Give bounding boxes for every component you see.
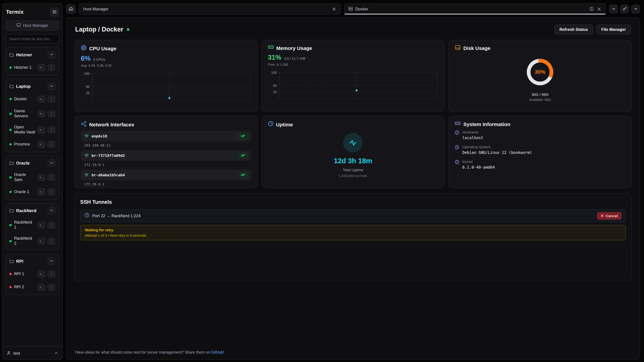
clock-icon bbox=[268, 121, 273, 128]
tab-close-button[interactable] bbox=[597, 6, 602, 12]
terminal-button[interactable]: >_ bbox=[38, 141, 45, 148]
terminal-button[interactable]: >_ bbox=[38, 238, 45, 245]
memory-usage-chart: 100 50 25 bbox=[268, 69, 438, 101]
terminal-button[interactable]: >_ bbox=[38, 95, 45, 103]
host-status-dot bbox=[10, 176, 12, 178]
host-menu-button[interactable]: ⋮ bbox=[48, 141, 55, 148]
tab-close-button[interactable] bbox=[332, 6, 336, 12]
main-panel: Laptop / Docker Refresh Status File Mana… bbox=[66, 17, 640, 360]
group-collapse-button[interactable] bbox=[48, 159, 55, 167]
tab-docker[interactable]: Docker bbox=[344, 3, 606, 15]
svg-text:100: 100 bbox=[84, 72, 90, 75]
host-row[interactable]: Docker >_ ⋮ bbox=[8, 92, 57, 106]
terminal-button[interactable]: >_ bbox=[38, 110, 45, 117]
memory-usage-card: Memory Usage 31% 3.6 / 11.7 GiB Free: 8.… bbox=[262, 40, 444, 112]
system-information-card: System Information Hostname localhost bbox=[448, 116, 632, 188]
host-group-header[interactable]: Laptop bbox=[8, 80, 57, 92]
host-menu-button[interactable]: ⋮ bbox=[48, 221, 55, 228]
card-title: Memory Usage bbox=[276, 45, 312, 51]
host-row[interactable]: Open Media Vault >_ ⋮ bbox=[8, 122, 57, 138]
host-status-dot bbox=[10, 286, 12, 288]
terminal-button[interactable]: >_ bbox=[38, 64, 45, 71]
terminal-button[interactable]: >_ bbox=[38, 284, 45, 291]
disk-usage-card: Disk Usage 30% 30G / 99G Available: 65G bbox=[448, 40, 632, 112]
host-menu-button[interactable]: ⋮ bbox=[48, 64, 55, 71]
user-menu[interactable]: test bbox=[2, 346, 62, 358]
terminal-button[interactable]: >_ bbox=[38, 126, 45, 133]
network-icon bbox=[81, 121, 86, 128]
terminal-button[interactable]: >_ bbox=[38, 271, 45, 278]
terminal-icon: >_ bbox=[40, 190, 43, 193]
tab-host-manager[interactable]: Host Manager bbox=[79, 3, 340, 15]
host-row[interactable]: Proxmox >_ ⋮ bbox=[8, 138, 57, 151]
host-name: Open Media Vault bbox=[14, 125, 35, 135]
host-menu-button[interactable]: ⋮ bbox=[48, 238, 55, 245]
group-collapse-button[interactable] bbox=[48, 51, 55, 59]
interface-row[interactable]: br-d6abe1b5cab4 UP bbox=[81, 170, 251, 180]
sidebar-menu-button[interactable] bbox=[50, 8, 59, 16]
search-input[interactable] bbox=[6, 34, 59, 43]
host-menu-button[interactable]: ⋮ bbox=[48, 95, 55, 103]
host-group-racknerd: RackNerd RackNerd 1 >_ ⋮ RackNerd 2 >_ ⋮ bbox=[6, 203, 59, 250]
kebab-icon: ⋮ bbox=[50, 272, 54, 276]
interface-name: enp6s18 bbox=[92, 134, 107, 138]
server-icon bbox=[348, 6, 353, 11]
host-groups: Hetzner Hetzner 1 >_ ⋮ Laptop bbox=[6, 47, 59, 344]
footer-note: Have ideas for what should come next for… bbox=[74, 348, 632, 355]
host-group-header[interactable]: Hetzner bbox=[8, 49, 57, 61]
host-group-header[interactable]: Oracle bbox=[8, 157, 57, 169]
host-row[interactable]: RPI 1 >_ ⋮ bbox=[8, 268, 57, 281]
uptime-label: Total Uptime bbox=[343, 168, 363, 172]
folder-icon bbox=[10, 160, 14, 166]
cpu-load-average: Avg: 0.33, 0.36, 0.32 bbox=[81, 64, 251, 67]
terminal-button[interactable]: >_ bbox=[38, 188, 45, 195]
host-row[interactable]: Oracle Sam >_ ⋮ bbox=[8, 169, 57, 185]
kebab-icon: ⋮ bbox=[50, 175, 54, 179]
host-name: Docker bbox=[14, 96, 35, 102]
terminal-button[interactable]: >_ bbox=[38, 174, 45, 181]
host-row[interactable]: RackNerd 2 >_ ⋮ bbox=[8, 233, 57, 249]
cancel-tunnel-button[interactable]: Cancel bbox=[597, 212, 622, 220]
host-status-dot bbox=[10, 112, 12, 115]
host-menu-button[interactable]: ⋮ bbox=[48, 271, 55, 278]
host-row[interactable]: Oracle 1 >_ ⋮ bbox=[8, 185, 57, 198]
host-row[interactable]: RackNerd 1 >_ ⋮ bbox=[8, 217, 57, 233]
group-collapse-button[interactable] bbox=[48, 257, 55, 265]
host-group-header[interactable]: RPI bbox=[8, 255, 57, 268]
status-badge: UP bbox=[238, 153, 248, 158]
host-menu-button[interactable]: ⋮ bbox=[48, 126, 55, 133]
chevron-down-icon bbox=[50, 161, 53, 166]
host-menu-button[interactable]: ⋮ bbox=[48, 188, 55, 195]
home-icon bbox=[68, 6, 73, 11]
host-row[interactable]: RPI 2 >_ ⋮ bbox=[8, 281, 57, 294]
kebab-icon: ⋮ bbox=[50, 112, 54, 116]
interface-row[interactable]: br-73718f7a09d2 UP bbox=[81, 150, 251, 161]
host-row[interactable]: Hetzner 1 >_ ⋮ bbox=[8, 61, 57, 74]
group-collapse-button[interactable] bbox=[48, 207, 55, 215]
group-collapse-button[interactable] bbox=[48, 82, 55, 90]
clock-icon bbox=[84, 213, 89, 219]
host-manager-button[interactable]: Host Manager bbox=[6, 20, 59, 30]
host-menu-button[interactable]: ⋮ bbox=[48, 284, 55, 291]
tabbar-chevron-up-button[interactable] bbox=[631, 5, 640, 13]
chevron-up-icon bbox=[54, 350, 58, 356]
host-row[interactable]: Game Servers >_ ⋮ bbox=[8, 106, 57, 122]
host-group-header[interactable]: RackNerd bbox=[8, 204, 57, 217]
github-link[interactable]: GitHub! bbox=[211, 350, 224, 354]
host-menu-button[interactable]: ⋮ bbox=[48, 174, 55, 181]
chevron-down-icon bbox=[50, 208, 53, 213]
refresh-status-button[interactable]: Refresh Status bbox=[554, 24, 593, 34]
chevron-down-icon bbox=[50, 84, 53, 89]
home-tab-button[interactable] bbox=[66, 4, 76, 14]
interface-row[interactable]: enp6s18 UP bbox=[81, 131, 251, 141]
terminal-button[interactable]: >_ bbox=[38, 221, 45, 228]
tabbar-key-button[interactable] bbox=[620, 5, 629, 13]
tab-split-button[interactable] bbox=[589, 6, 594, 12]
host-group-hetzner: Hetzner Hetzner 1 >_ ⋮ bbox=[6, 47, 59, 75]
host-name: RackNerd 1 bbox=[14, 220, 35, 230]
host-menu-button[interactable]: ⋮ bbox=[48, 110, 55, 117]
sidebar-wrap: Termix Host Manager bbox=[0, 0, 63, 362]
uptime-seconds: 1,048,683 seconds bbox=[339, 174, 367, 178]
file-manager-button[interactable]: File Manager bbox=[596, 24, 631, 34]
tabbar-chevron-down-button[interactable] bbox=[609, 5, 618, 13]
